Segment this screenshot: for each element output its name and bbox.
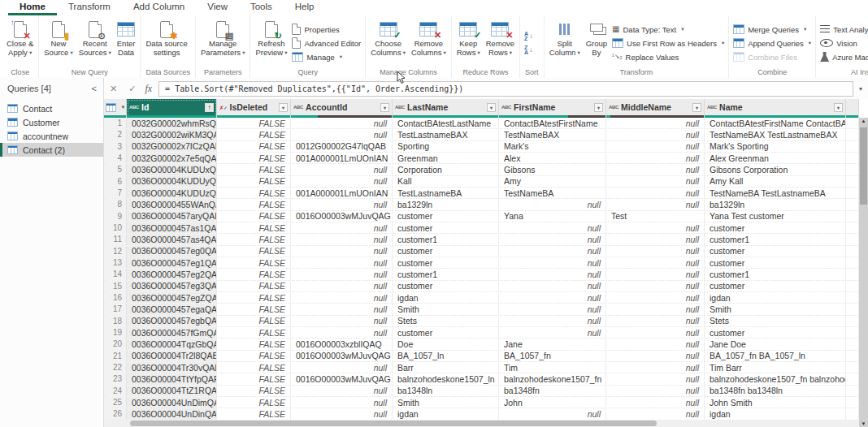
- scroll-down-icon[interactable]: ▼: [859, 421, 868, 426]
- sidebar-item-contact[interactable]: Contact: [0, 101, 103, 115]
- grid-cell[interactable]: [846, 397, 859, 408]
- grid-cell[interactable]: 0036O00004TqzGbQAJ: [127, 339, 217, 349]
- grid-cell[interactable]: BA_1057_ln: [393, 351, 499, 361]
- sort-descending-button[interactable]: ZA↓: [524, 44, 532, 56]
- grid-cell[interactable]: null: [499, 408, 606, 419]
- grid-cell[interactable]: null: [606, 257, 705, 268]
- grid-cell[interactable]: Corporation: [393, 164, 499, 175]
- grid-cell[interactable]: null: [606, 362, 705, 373]
- grid-cell[interactable]: 0016O00003wMJuvQAG: [291, 351, 393, 361]
- row-number[interactable]: 15: [104, 281, 127, 291]
- grid-cell[interactable]: null: [606, 176, 705, 187]
- grid-cell[interactable]: FALSE: [217, 164, 291, 175]
- grid-cell[interactable]: TestLastnameBAX: [393, 129, 499, 140]
- grid-cell[interactable]: TestNameBAX: [499, 129, 606, 140]
- row-number[interactable]: 14: [104, 269, 127, 279]
- grid-cell[interactable]: balnzohodeskone1507_fn balnzohodeskone15…: [705, 373, 846, 384]
- grid-cell[interactable]: FALSE: [217, 246, 291, 257]
- grid-cell[interactable]: 0036O00004Tr2l8QAB: [127, 351, 217, 361]
- grid-cell[interactable]: null: [606, 188, 705, 198]
- grid-cell[interactable]: null: [499, 257, 606, 268]
- grid-cell[interactable]: null: [291, 386, 393, 396]
- grid-cell[interactable]: Tim Barr: [705, 362, 846, 373]
- grid-cell[interactable]: ContactBAtestFirstName ContactBAtestLast…: [705, 118, 846, 128]
- filter-dropdown-icon[interactable]: ▾: [834, 103, 843, 112]
- use-first-row-as-headers-button[interactable]: Use First Row as Headers▾: [612, 37, 724, 50]
- grid-cell[interactable]: customer: [705, 246, 846, 257]
- grid-cell[interactable]: Tim: [499, 362, 606, 373]
- grid-cell[interactable]: null: [606, 386, 705, 396]
- recent-sources-button[interactable]: ⊙RecentSources▾: [76, 18, 114, 68]
- row-number[interactable]: 4: [104, 153, 127, 163]
- grid-cell[interactable]: null: [606, 118, 705, 128]
- expand-formula-bar-icon[interactable]: ▾: [853, 85, 868, 93]
- grid-cell[interactable]: FALSE: [217, 316, 291, 326]
- row-number[interactable]: 10: [104, 222, 127, 233]
- grid-cell[interactable]: null: [499, 222, 606, 233]
- row-number[interactable]: 8: [104, 199, 127, 209]
- append-queries-button[interactable]: Append Queries▾: [733, 37, 811, 50]
- grid-cell[interactable]: [846, 257, 859, 268]
- grid-cell[interactable]: null: [291, 222, 393, 233]
- grid-cell[interactable]: BA_1057_fn: [499, 351, 606, 361]
- column-header-firstname[interactable]: ABCFirstName▾: [499, 99, 606, 118]
- grid-cell[interactable]: ba1348fn: [499, 386, 606, 396]
- grid-cell[interactable]: null: [606, 373, 705, 384]
- grid-cell[interactable]: Gibsons Corporation: [705, 164, 846, 175]
- grid-cell[interactable]: Yana: [499, 211, 606, 222]
- tab-view[interactable]: View: [196, 0, 239, 15]
- merge-queries-button[interactable]: Merge Queries▾: [733, 24, 811, 36]
- grid-cell[interactable]: Gibsons: [499, 164, 606, 175]
- grid-cell[interactable]: FALSE: [217, 281, 291, 291]
- grid-cell[interactable]: 0016O00003xzblIQAQ: [291, 339, 393, 349]
- column-header-name[interactable]: ABCName▾: [705, 99, 846, 118]
- grid-cell[interactable]: FALSE: [217, 141, 291, 152]
- grid-cell[interactable]: 0036O0000457fGmQAJ: [127, 327, 217, 338]
- grid-cell[interactable]: customer1: [393, 234, 499, 244]
- column-header-isdeleted[interactable]: ✗✓IsDeleted▾: [217, 99, 291, 118]
- grid-cell[interactable]: 0036O0000457eg2QAB: [127, 269, 217, 279]
- grid-cell[interactable]: null: [606, 199, 705, 209]
- row-number[interactable]: 23: [104, 373, 127, 384]
- tab-add-column[interactable]: Add Column: [122, 0, 196, 15]
- grid-cell[interactable]: FALSE: [217, 397, 291, 408]
- row-number[interactable]: 20: [104, 339, 127, 349]
- grid-cell[interactable]: 0036O00004UnDinQAF: [127, 408, 217, 419]
- select-all-corner-button[interactable]: ▾: [104, 99, 127, 118]
- grid-cell[interactable]: ba1348fn ba1348ln: [705, 386, 846, 396]
- refresh-preview-button[interactable]: ↻RefreshPreview▾: [253, 18, 289, 68]
- grid-cell[interactable]: FALSE: [217, 222, 291, 233]
- horizontal-scrollbar-thumb[interactable]: [130, 421, 657, 426]
- grid-cell[interactable]: customer: [393, 281, 499, 291]
- horizontal-scrollbar[interactable]: [104, 420, 859, 427]
- azure-machine-learning-button[interactable]: Azure Machine Learning: [820, 51, 868, 63]
- row-number[interactable]: 26: [104, 408, 127, 419]
- sidebar-item-accountnew[interactable]: accountnew: [0, 129, 103, 143]
- enter-data-button[interactable]: EnterData: [115, 18, 138, 68]
- grid-cell[interactable]: 0032G00002whmRsQAI: [127, 118, 217, 128]
- column-header-id[interactable]: ABCId↑: [127, 99, 217, 118]
- grid-cell[interactable]: Mark's Sporting: [705, 141, 846, 152]
- grid-cell[interactable]: null: [606, 351, 705, 361]
- grid-cell[interactable]: BA_1057_fn BA_1057_ln: [705, 351, 846, 361]
- grid-cell[interactable]: igdan: [393, 408, 499, 419]
- grid-cell[interactable]: Smith: [393, 397, 499, 408]
- grid-cell[interactable]: 0036O00004TtZ1RQAV: [127, 386, 217, 396]
- grid-cell[interactable]: null: [291, 176, 393, 187]
- grid-cell[interactable]: 001A000001LmUOnIAN: [291, 188, 393, 198]
- grid-cell[interactable]: Greenman: [393, 153, 499, 163]
- row-number[interactable]: 16: [104, 292, 127, 303]
- grid-cell[interactable]: 0016O00003wMJuvQAG: [291, 211, 393, 222]
- grid-cell[interactable]: Amy: [499, 176, 606, 187]
- grid-cell[interactable]: [846, 339, 859, 349]
- grid-cell[interactable]: [846, 351, 859, 361]
- grid-cell[interactable]: customer: [705, 257, 846, 268]
- row-number[interactable]: 7: [104, 188, 127, 198]
- grid-cell[interactable]: balnzohodeskone1507_fn: [499, 373, 606, 384]
- grid-cell[interactable]: null: [291, 281, 393, 291]
- grid-cell[interactable]: 0032G00002wiKM3QAM: [127, 129, 217, 140]
- data-type-text-button[interactable]: ▦Data Type: Text▾: [612, 24, 724, 36]
- grid-cell[interactable]: [846, 281, 859, 291]
- choose-columns-button[interactable]: ✓ChooseColumns▾: [368, 18, 408, 68]
- grid-cell[interactable]: null: [291, 304, 393, 314]
